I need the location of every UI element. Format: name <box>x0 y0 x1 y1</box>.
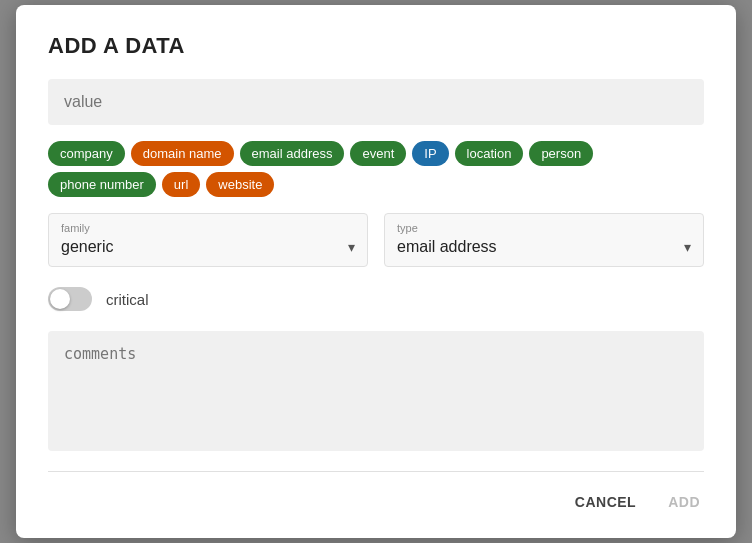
tag-phone-number[interactable]: phone number <box>48 172 156 197</box>
type-label: type <box>397 222 691 234</box>
tag-person[interactable]: person <box>529 141 593 166</box>
family-value: generic <box>61 238 113 256</box>
add-data-dialog: ADD A DATA companydomain nameemail addre… <box>16 5 736 538</box>
value-input[interactable] <box>48 79 704 125</box>
tag-event[interactable]: event <box>350 141 406 166</box>
tag-company[interactable]: company <box>48 141 125 166</box>
add-button[interactable]: ADD <box>664 486 704 518</box>
critical-row: critical <box>48 287 704 311</box>
tags-row: companydomain nameemail addresseventIPlo… <box>48 141 704 197</box>
tag-domain-name[interactable]: domain name <box>131 141 234 166</box>
type-value: email address <box>397 238 497 256</box>
family-label: family <box>61 222 355 234</box>
family-select[interactable]: family generic ▾ <box>48 213 368 267</box>
critical-label: critical <box>106 291 149 308</box>
dialog-title: ADD A DATA <box>48 33 704 59</box>
family-chevron-icon: ▾ <box>348 239 355 255</box>
comments-input[interactable] <box>48 331 704 451</box>
cancel-button[interactable]: CANCEL <box>571 486 640 518</box>
critical-toggle[interactable] <box>48 287 92 311</box>
tag-IP[interactable]: IP <box>412 141 448 166</box>
selects-row: family generic ▾ type email address ▾ <box>48 213 704 267</box>
tag-email-address[interactable]: email address <box>240 141 345 166</box>
toggle-knob <box>50 289 70 309</box>
actions-row: CANCEL ADD <box>48 486 704 518</box>
tag-location[interactable]: location <box>455 141 524 166</box>
type-chevron-icon: ▾ <box>684 239 691 255</box>
tag-url[interactable]: url <box>162 172 200 197</box>
type-select[interactable]: type email address ▾ <box>384 213 704 267</box>
tag-website[interactable]: website <box>206 172 274 197</box>
divider <box>48 471 704 472</box>
